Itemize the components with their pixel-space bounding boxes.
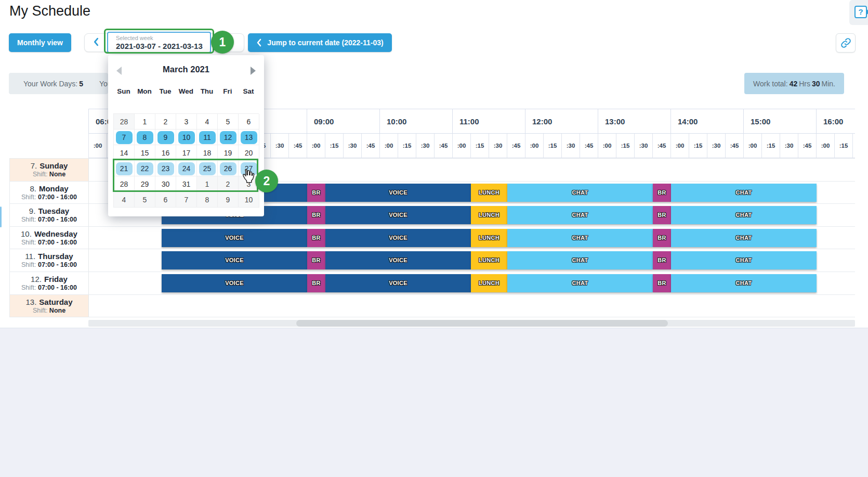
calendar-dayname-tue: Tue: [155, 84, 176, 99]
row-day-label: Friday: [44, 275, 68, 283]
work-days-value: 5: [79, 80, 83, 88]
row-shift-info: Shift: 07:00 - 16:00: [10, 216, 88, 223]
row-shift-info: Shift: None: [10, 307, 88, 314]
shift-segment-voice: VOICE: [162, 274, 307, 292]
row-day-label: Monday: [39, 184, 69, 193]
annotation-circle-2: 2: [255, 170, 278, 192]
calendar-day[interactable]: 6: [155, 192, 176, 208]
row-shift-value: 07:00 - 16:00: [38, 216, 77, 223]
timeline-hour-cell: 10:00: [379, 109, 452, 134]
calendar-day-selected: 7: [116, 131, 133, 144]
calendar-day[interactable]: 10: [176, 130, 197, 145]
row-timeline-wednesday: VOICEBRVOICELUNCHCHATBRCHAT: [89, 227, 856, 249]
timeline-tick-cell: :15: [834, 134, 852, 158]
row-shift-value: 07:00 - 16:00: [38, 239, 77, 246]
timeline-tick-cell: :30: [489, 134, 507, 158]
row-label-monday: 8.MondayShift: 07:00 - 16:00: [10, 182, 89, 204]
help-button[interactable]: ?: [849, 0, 868, 25]
timeline-tick-cell: :30: [852, 134, 855, 158]
calendar-day[interactable]: 2: [155, 114, 176, 130]
row-shift-info: Shift: 07:00 - 16:00: [10, 261, 88, 268]
jump-to-current-date-button[interactable]: Jump to current date (2022-11-03): [248, 33, 392, 52]
row-day-number: 13.: [25, 298, 36, 306]
timeline-tick-cell: :00: [379, 134, 398, 158]
schedule-row-friday: 12.FridayShift: 07:00 - 16:00VOICEBRVOIC…: [10, 272, 855, 295]
shift-segment-chat: CHAT: [507, 251, 653, 269]
calendar-day[interactable]: 4: [197, 114, 218, 130]
shift-segment-lunch: LUNCH: [471, 274, 507, 292]
row-label-friday: 12.FridayShift: 07:00 - 16:00: [10, 272, 89, 294]
shift-segment-chat: CHAT: [507, 229, 653, 247]
row-timeline-thursday: VOICEBRVOICELUNCHCHATBRCHAT: [89, 249, 856, 272]
timeline-tick-cell: :30: [561, 134, 580, 158]
timeline-tick-cell: :45: [507, 134, 525, 158]
calendar-day[interactable]: 8: [135, 130, 155, 145]
calendar-day[interactable]: 28: [114, 114, 135, 130]
horizontal-scrollbar-track[interactable]: [88, 320, 855, 327]
calendar-day[interactable]: 8: [197, 192, 218, 208]
calendar-day[interactable]: 7: [114, 130, 135, 145]
row-day-label: Sunday: [40, 161, 68, 170]
schedule-row-wednesday: 10.WednesdayShift: 07:00 - 16:00VOICEBRV…: [10, 227, 855, 250]
shift-segment-chat: CHAT: [671, 251, 817, 269]
calendar-day[interactable]: 9: [155, 130, 176, 145]
row-day-name: 9.Tuesday: [10, 207, 88, 215]
annotation-circle-1: 1: [211, 31, 234, 54]
monthly-view-button[interactable]: Monthly view: [9, 33, 71, 52]
calendar-day[interactable]: 6: [239, 114, 259, 130]
calendar-dayname-thu: Thu: [196, 84, 217, 99]
row-day-name: 7.Sunday: [10, 161, 88, 170]
calendar-day[interactable]: 1: [135, 114, 155, 130]
timeline-tick-cell: :15: [616, 134, 634, 158]
row-shift-value: 07:00 - 16:00: [38, 284, 77, 291]
horizontal-scrollbar-thumb[interactable]: [296, 320, 668, 327]
calendar-week-row: 28123456: [114, 114, 259, 130]
copy-link-button[interactable]: [836, 33, 856, 53]
calendar-day[interactable]: 5: [135, 192, 155, 208]
shift-segment-br: BR: [653, 229, 671, 247]
calendar-next-month-icon[interactable]: [251, 67, 256, 75]
shift-segment-lunch: LUNCH: [471, 229, 507, 247]
calendar-day[interactable]: 10: [239, 192, 259, 208]
timeline-tick-cell: :15: [325, 134, 343, 158]
vertical-scrollbar-thumb[interactable]: [0, 207, 2, 227]
row-day-label: Tuesday: [38, 207, 69, 215]
calendar-day[interactable]: 9: [218, 192, 239, 208]
row-day-number: 12.: [31, 275, 42, 283]
timeline-tick-cell: :00: [670, 134, 689, 158]
shift-segment-chat: CHAT: [671, 229, 817, 247]
calendar-week-row: 78910111213: [114, 130, 259, 145]
calendar-day[interactable]: 3: [176, 114, 197, 130]
timeline-hour-cell: 11:00: [452, 109, 525, 134]
calendar-week-row: 45678910: [114, 192, 259, 208]
timeline-hour-cell: 15:00: [743, 109, 816, 134]
timeline-tick-cell: :45: [288, 134, 307, 158]
shift-segment-chat: CHAT: [507, 274, 653, 292]
timeline-hour-cell: 09:00: [307, 109, 379, 134]
row-shift-info: Shift: 07:00 - 16:00: [10, 284, 88, 291]
timeline-tick-cell: :45: [652, 134, 670, 158]
timeline-tick-cell: :30: [270, 134, 288, 158]
chevron-left-icon: [93, 37, 99, 48]
calendar-day[interactable]: 7: [176, 192, 197, 208]
schedule-row-saturday: 13.SaturdayShift: None: [10, 295, 855, 318]
jump-to-current-date-label: Jump to current date (2022-11-03): [267, 38, 383, 47]
previous-week-button[interactable]: [85, 33, 106, 52]
calendar-day[interactable]: 5: [218, 114, 239, 130]
calendar-day[interactable]: 13: [239, 130, 259, 145]
work-total-hours: 42: [790, 80, 798, 88]
calendar-day-selected: 10: [178, 131, 195, 144]
calendar-dayname-mon: Mon: [134, 84, 155, 99]
calendar-day[interactable]: 11: [197, 130, 218, 145]
row-label-sunday: 7.SundayShift: None: [10, 159, 89, 181]
work-total-minutes: 30: [812, 80, 820, 88]
shift-segment-voice: VOICE: [325, 251, 471, 269]
timeline-tick-cell: :00: [743, 134, 761, 158]
timeline-tick-cell: :00: [88, 134, 107, 158]
calendar-dayname-sat: Sat: [238, 84, 259, 99]
calendar-day[interactable]: 12: [218, 130, 239, 145]
timeline-tick-cell: :15: [543, 134, 561, 158]
row-timeline-friday: VOICEBRVOICELUNCHCHATBRCHAT: [89, 272, 856, 294]
calendar-day[interactable]: 4: [114, 192, 135, 208]
shift-segment-chat: CHAT: [507, 184, 653, 202]
